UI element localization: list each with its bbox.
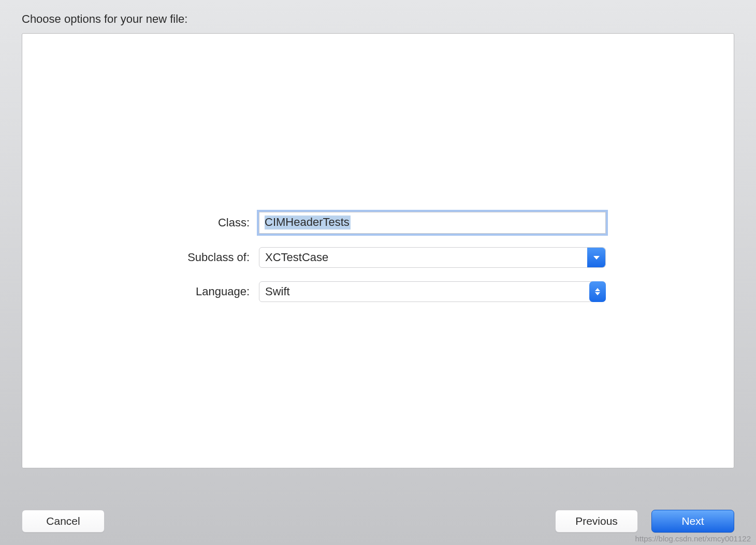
subclass-dropdown-button[interactable]: [587, 248, 605, 267]
content-panel: Class: CIMHeaderTests Subclass of: XCTes…: [22, 33, 734, 468]
row-subclass: Subclass of: XCTestCase: [150, 247, 606, 268]
row-language: Language: Swift: [150, 281, 606, 302]
subclass-label: Subclass of:: [150, 251, 259, 264]
button-bar: Cancel Previous Next: [22, 510, 734, 533]
previous-button[interactable]: Previous: [555, 510, 638, 533]
chevron-up-icon: [595, 288, 600, 291]
cancel-button[interactable]: Cancel: [22, 510, 105, 533]
subclass-value: XCTestCase: [265, 251, 328, 264]
watermark: https://blog.csdn.net/xmcy001122: [635, 534, 751, 543]
class-input[interactable]: [259, 212, 606, 234]
dialog-title: Choose options for your new file:: [22, 12, 187, 26]
language-popup[interactable]: Swift: [259, 281, 606, 302]
form-area: Class: CIMHeaderTests Subclass of: XCTes…: [150, 212, 606, 315]
row-class: Class: CIMHeaderTests: [150, 212, 606, 234]
language-label: Language:: [150, 285, 259, 298]
language-value: Swift: [265, 285, 290, 298]
chevron-down-icon: [595, 292, 600, 295]
right-button-group: Previous Next: [555, 510, 734, 533]
next-button[interactable]: Next: [651, 510, 734, 533]
language-stepper-button[interactable]: [589, 281, 606, 302]
class-input-wrap: CIMHeaderTests: [259, 212, 606, 234]
chevron-down-icon: [593, 256, 600, 260]
subclass-combobox[interactable]: XCTestCase: [259, 247, 606, 268]
class-label: Class:: [150, 216, 259, 230]
